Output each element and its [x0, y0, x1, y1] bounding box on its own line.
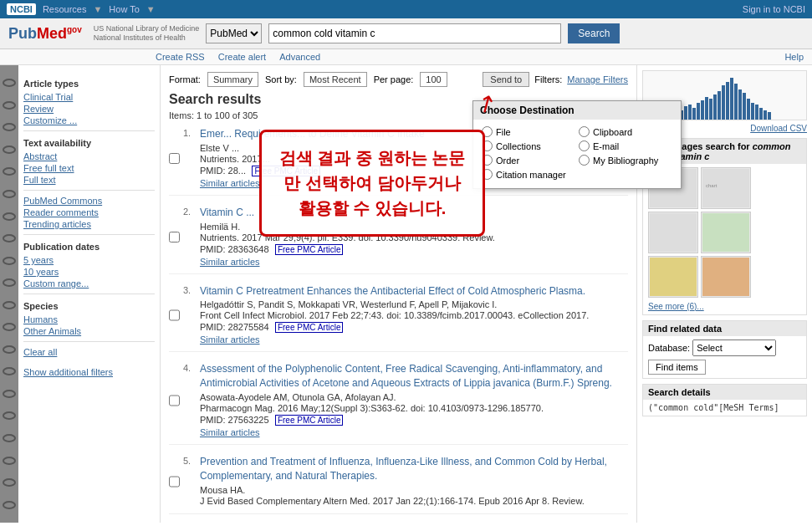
sidebar-item-trending[interactable]: Trending articles [23, 219, 155, 229]
article-checkbox[interactable] [169, 286, 180, 345]
how-to-link[interactable]: How To [109, 4, 139, 14]
see-more-link[interactable]: See more (6)... [648, 302, 704, 311]
send-to-dropdown-title: Choose Destination [473, 101, 681, 120]
spiral-ring [3, 367, 16, 375]
sidebar-item-other-animals[interactable]: Other Animals [23, 326, 155, 336]
send-to-option-clipboard[interactable]: Clipboard [579, 126, 672, 137]
pmc-image-4[interactable] [701, 212, 751, 253]
spiral-binding [0, 65, 18, 523]
sidebar-item-5years[interactable]: 5 years [23, 255, 155, 265]
article-checkbox[interactable] [169, 457, 180, 507]
find-items-button[interactable]: Find items [648, 360, 706, 375]
sign-in-link[interactable]: Sign in to NCBI [743, 4, 805, 14]
send-to-button[interactable]: Send to [483, 72, 529, 87]
article-title-link[interactable]: Vitamin C Pretreatment Enhances the Anti… [200, 284, 628, 299]
send-to-option-file[interactable]: File [482, 126, 575, 137]
clear-all-link[interactable]: Clear all [23, 347, 57, 357]
search-button[interactable]: Search [568, 23, 620, 43]
ncbi-logo: NCBI [7, 3, 36, 15]
search-input[interactable] [268, 23, 561, 43]
sidebar-item-abstract[interactable]: Abstract [23, 151, 155, 161]
spiral-ring [3, 167, 16, 176]
free-pmc-badge: Free PMC Article [275, 415, 344, 426]
article-journal: Pharmacogn Mag. 2016 May;12(Suppl 3):S36… [200, 403, 628, 413]
send-to-radio-email[interactable] [579, 140, 590, 151]
pmc-image-2[interactable]: chart [701, 167, 751, 209]
spiral-ring [3, 212, 16, 221]
sidebar-item-clinical-trial[interactable]: Clinical Trial [23, 92, 155, 102]
spiral-ring [3, 257, 16, 265]
send-to-label-mybibliography: My Bibliography [593, 156, 658, 166]
table-row: 5. Prevention and Treatment of Influenza… [169, 455, 628, 514]
send-to-option-collections[interactable]: Collections [482, 140, 575, 151]
search-details-title: Search details [643, 385, 806, 400]
format-label: Format: [169, 74, 201, 84]
species-title: Species [23, 301, 155, 311]
article-pmid: PMID: 28275584 [200, 322, 269, 332]
send-to-option-email[interactable]: E-mail [579, 140, 672, 151]
article-authors: Helgadóttir S, Pandit S, Mokkapati VR, W… [200, 299, 628, 309]
hist-bar [713, 94, 717, 120]
hist-bar [688, 105, 692, 120]
find-related-title: Find related data [643, 321, 806, 336]
sidebar-item-custom-range[interactable]: Custom range... [23, 278, 155, 288]
send-to-label-order: Order [496, 156, 519, 166]
perpage-button[interactable]: 100 [420, 72, 447, 87]
hist-bar [759, 108, 763, 120]
send-to-option-citation[interactable]: Citation manager [482, 169, 672, 180]
howto-chevron: ▼ [146, 4, 156, 14]
send-to-label-email: E-mail [593, 141, 619, 151]
article-title-link[interactable]: Assessment of the Polyphenolic Content, … [200, 362, 628, 391]
similar-articles-link[interactable]: Similar articles [200, 257, 628, 267]
article-title-link[interactable]: Prevention and Treatment of Influenza, I… [200, 455, 628, 483]
article-num: 5. [183, 456, 197, 507]
spiral-ring [3, 301, 16, 309]
show-additional-filters-link[interactable]: Show additional filters [23, 367, 155, 377]
resources-link[interactable]: Resources [43, 4, 87, 14]
help-link[interactable]: Help [784, 52, 804, 62]
sort-button[interactable]: Most Recent [304, 72, 367, 87]
create-rss-link[interactable]: Create RSS [156, 52, 205, 62]
advanced-link[interactable]: Advanced [279, 52, 320, 62]
database-select[interactable]: PubMed [206, 23, 262, 43]
article-checkbox[interactable] [169, 364, 180, 437]
svg-rect-5 [702, 213, 749, 252]
sidebar-item-review[interactable]: Review [23, 104, 155, 114]
hist-bar [755, 105, 758, 120]
spiral-ring [3, 457, 16, 465]
pmc-image-3[interactable] [648, 212, 698, 253]
article-journal: Front Cell Infect Microbiol. 2017 Feb 22… [200, 310, 628, 320]
sidebar-item-humans[interactable]: Humans [23, 314, 155, 324]
similar-articles-link[interactable]: Similar articles [200, 334, 628, 345]
sidebar-item-pubmed-commons[interactable]: PubMed Commons [23, 196, 155, 206]
manage-filters-link[interactable]: Manage Filters [567, 74, 628, 84]
sidebar-item-10years[interactable]: 10 years [23, 267, 155, 277]
article-checkbox[interactable] [169, 129, 180, 188]
send-to-option-mybibliography[interactable]: My Bibliography [579, 155, 672, 166]
sidebar-item-reader-comments[interactable]: Reader comments [23, 207, 155, 217]
hist-bar [726, 82, 729, 120]
format-button[interactable]: Summary [207, 72, 258, 87]
create-alert-link[interactable]: Create alert [218, 52, 266, 62]
find-related-db-select[interactable]: Select [692, 340, 776, 356]
sub-header: Create RSS Create alert Advanced Help [0, 49, 812, 65]
send-to-option-order[interactable]: Order [482, 155, 575, 166]
find-related-section: Find related data Database: Select Find … [642, 320, 807, 379]
sidebar-item-customize[interactable]: Customize ... [23, 115, 155, 125]
send-to-radio-mybibliography[interactable] [579, 155, 590, 166]
send-to-radio-clipboard[interactable] [579, 126, 590, 137]
sidebar-item-free-full-text[interactable]: Free full text [23, 163, 155, 173]
similar-articles-link[interactable]: Similar articles [200, 427, 628, 437]
pubmed-subtitle: US National Library of Medicine National… [94, 24, 200, 43]
find-related-body: Database: Select Find items [643, 336, 806, 378]
text-availability-title: Text availability [23, 138, 155, 148]
spiral-ring [3, 234, 16, 243]
article-types-title: Article types [23, 79, 155, 89]
hist-bar [709, 99, 712, 120]
pub-dates-title: Publication dates [23, 242, 155, 252]
article-checkbox[interactable] [169, 207, 180, 267]
hist-bar [751, 103, 754, 120]
sidebar-item-full-text[interactable]: Full text [23, 175, 155, 185]
pmc-image-5[interactable] [648, 256, 698, 298]
pmc-image-6[interactable] [701, 256, 751, 298]
